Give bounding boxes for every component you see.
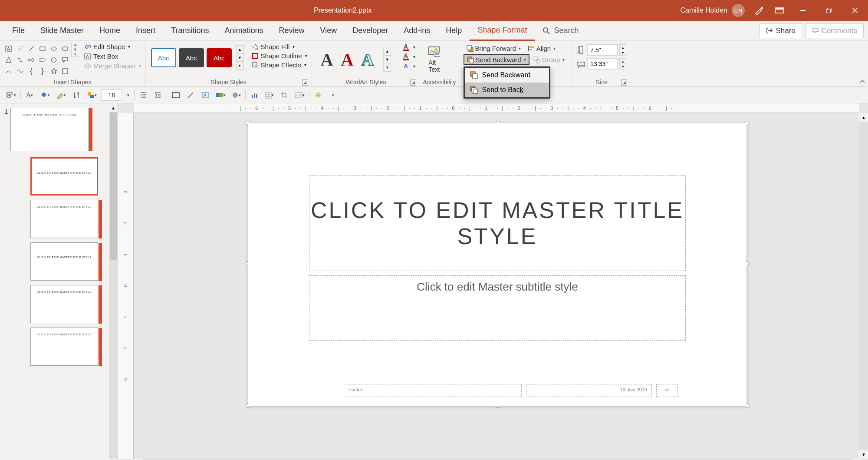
- slide-canvas[interactable]: Click to edit Master title style Click t…: [248, 123, 746, 406]
- search-box[interactable]: Search: [535, 26, 586, 35]
- table-button[interactable]: ▾: [263, 89, 276, 101]
- minimize-button[interactable]: [790, 0, 816, 21]
- text-fill-button[interactable]: A▾: [401, 43, 417, 51]
- decrease-indent-button[interactable]: [137, 89, 149, 101]
- thumbnail-layout-1[interactable]: CLICK TO EDIT MASTER TITLE STYLE: [30, 157, 107, 195]
- overflow-button[interactable]: ▾: [327, 89, 339, 101]
- size-launcher[interactable]: ◢: [621, 79, 627, 86]
- picture-button[interactable]: ▾: [293, 89, 306, 101]
- master-title-placeholder[interactable]: Click to edit Master title style: [309, 175, 686, 271]
- text-format-button[interactable]: A▾: [23, 89, 36, 101]
- tab-home[interactable]: Home: [92, 21, 128, 41]
- style-swatch-2[interactable]: Abc: [179, 48, 204, 67]
- font-size-dropdown[interactable]: ▾: [125, 89, 132, 101]
- line-tool-button[interactable]: [184, 89, 197, 101]
- shape-callout-icon[interactable]: [60, 55, 70, 65]
- align-objects-button[interactable]: ▾: [4, 89, 18, 101]
- shape-rrect-icon[interactable]: [60, 43, 70, 54]
- outline-color-button[interactable]: ▾: [54, 89, 68, 101]
- tab-help[interactable]: Help: [438, 21, 470, 41]
- tab-addins[interactable]: Add-ins: [396, 21, 438, 41]
- shape-line-icon[interactable]: [15, 43, 25, 54]
- ribbon-display-icon[interactable]: [769, 0, 790, 21]
- date-placeholder[interactable]: 19 July 2019: [526, 384, 652, 397]
- tab-shape-format[interactable]: Shape Format: [470, 21, 535, 41]
- shape-line2-icon[interactable]: [26, 43, 36, 54]
- shape-action-icon[interactable]: [60, 66, 70, 76]
- wordart-style-2[interactable]: A: [341, 50, 354, 70]
- tab-transitions[interactable]: Transitions: [163, 21, 217, 41]
- shape-curve-icon[interactable]: [3, 66, 14, 76]
- dd-send-to-back[interactable]: Send to Back: [465, 83, 549, 97]
- width-spinner[interactable]: ▲▼: [619, 58, 626, 69]
- thumbnail-layout-5[interactable]: CLICK TO EDIT MASTER TITLE STYLE: [30, 328, 107, 366]
- maximize-button[interactable]: [816, 0, 842, 21]
- chart-button[interactable]: [248, 89, 260, 101]
- user-avatar[interactable]: CH: [732, 4, 745, 17]
- comments-button[interactable]: Comments: [806, 23, 864, 38]
- arrange-split-button[interactable]: ▾: [85, 89, 99, 101]
- master-subtitle-placeholder[interactable]: Click to edit Master subtitle style: [309, 275, 686, 341]
- shapes-scroll[interactable]: ▲▼▾: [71, 43, 79, 57]
- thumbnail-layout-3[interactable]: CLICK TO EDIT MASTER TITLE STYLE: [30, 242, 107, 281]
- tab-view[interactable]: View: [312, 21, 345, 41]
- wordart-gallery[interactable]: A A A ▲▼▾: [315, 43, 398, 76]
- shapes-gallery[interactable]: A { }: [3, 43, 71, 77]
- fill-color-button[interactable]: ▾: [38, 89, 52, 101]
- shape-star-icon[interactable]: [49, 66, 59, 76]
- tab-animations[interactable]: Animations: [217, 21, 271, 41]
- alt-text-button[interactable]: AltText: [423, 43, 445, 76]
- shape-style-gallery[interactable]: Abc Abc Abc ▲▼▾: [148, 43, 247, 73]
- shape-styles-launcher[interactable]: ◢: [302, 79, 308, 86]
- thumbnail-scrollbar[interactable]: ▲ ▼: [109, 103, 118, 460]
- trace-icon[interactable]: [748, 0, 769, 21]
- width-input[interactable]: [587, 58, 618, 69]
- send-backward-button[interactable]: Send Backward▾: [464, 54, 529, 65]
- height-spinner[interactable]: ▲▼: [619, 44, 626, 56]
- shape-brace-l-icon[interactable]: {: [26, 66, 36, 76]
- bring-forward-button[interactable]: Bring Forward▾: [464, 43, 524, 53]
- guides-button[interactable]: [312, 89, 324, 101]
- vertical-ruler[interactable]: 3210123: [118, 113, 134, 459]
- footer-placeholder[interactable]: Footer: [344, 384, 522, 397]
- rect-tool-button[interactable]: [170, 89, 182, 101]
- tab-review[interactable]: Review: [271, 21, 312, 41]
- wordart-style-3[interactable]: A: [361, 50, 374, 70]
- shapes-menu-button[interactable]: ▾: [214, 89, 227, 101]
- tab-file[interactable]: File: [4, 21, 33, 41]
- align-button[interactable]: Align▾: [525, 43, 559, 53]
- font-size-input[interactable]: [101, 89, 122, 101]
- shape-effects-button[interactable]: Shape Effects▾: [250, 61, 309, 69]
- tab-insert[interactable]: Insert: [128, 21, 163, 41]
- shape-triangle-icon[interactable]: [3, 55, 14, 65]
- shape-oval-icon[interactable]: [49, 43, 59, 54]
- text-outline-button[interactable]: A▾: [401, 52, 417, 61]
- shape-brace-r-icon[interactable]: }: [37, 66, 48, 76]
- style-gallery-scroll[interactable]: ▲▼▾: [236, 45, 244, 70]
- text-effects-button[interactable]: A▾: [401, 62, 417, 70]
- ribbon-collapse-button[interactable]: [859, 79, 865, 85]
- shape-connector-icon[interactable]: [15, 55, 25, 65]
- user-name[interactable]: Camille Holden: [681, 7, 728, 14]
- shape-rect-icon[interactable]: [37, 43, 48, 54]
- circle-tool-button[interactable]: ▾: [230, 89, 243, 101]
- thumbnail-layout-4[interactable]: CLICK TO EDIT MASTER TITLE STYLE: [30, 285, 107, 323]
- share-button[interactable]: Share: [760, 23, 802, 38]
- slide-number-placeholder[interactable]: ‹#›: [656, 384, 678, 397]
- thumbnail-layout-2[interactable]: CLICK TO EDIT MASTER TITLE STYLE: [30, 200, 107, 238]
- close-button[interactable]: [842, 0, 868, 21]
- wordart-style-1[interactable]: A: [321, 50, 333, 70]
- shape-freeform-icon[interactable]: [15, 66, 25, 76]
- tab-developer[interactable]: Developer: [345, 21, 396, 41]
- thumbnail-master[interactable]: 1 CLICK TO EDIT MASTER TITLE STYLE: [4, 108, 107, 151]
- dd-send-backward[interactable]: Send Backward: [465, 68, 549, 83]
- crop-button[interactable]: [278, 89, 290, 101]
- horizontal-ruler[interactable]: · · | · · 6 · · | · · 5 · · | · · 4 · · …: [134, 103, 859, 113]
- shape-fill-button[interactable]: Shape Fill▾: [250, 43, 309, 51]
- shape-pentagon-icon[interactable]: [37, 55, 48, 65]
- wordart-launcher[interactable]: ◢: [410, 79, 416, 86]
- shape-outline-button[interactable]: Shape Outline▾: [250, 52, 309, 60]
- edit-shape-button[interactable]: Edit Shape▾: [82, 43, 143, 51]
- increase-indent-button[interactable]: [152, 89, 164, 101]
- vertical-scrollbar[interactable]: ▲▼: [859, 113, 868, 459]
